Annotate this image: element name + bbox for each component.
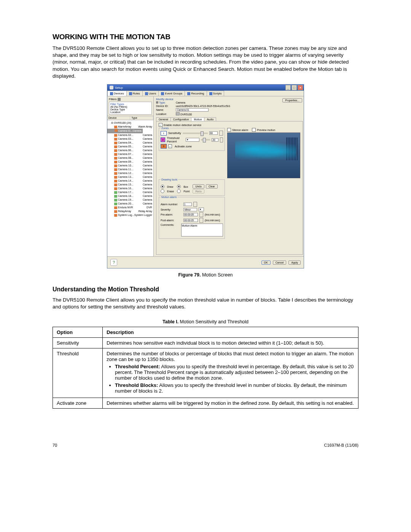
tree-item[interactable]: Camera 17...Camera <box>107 190 153 194</box>
device-tree[interactable]: ⊟DVR5100 (24)AlarmArrayAlarm ArrayCamera… <box>107 120 153 256</box>
tree-item[interactable]: Camera 05...Camera <box>107 145 153 149</box>
itab-audio[interactable]: Audio <box>204 117 216 121</box>
tab-scripts[interactable]: Scripts <box>207 91 225 96</box>
tab-users[interactable]: Users <box>142 91 159 96</box>
clear-button[interactable]: Clear <box>206 184 218 189</box>
tab-event-groups[interactable]: Event Groups <box>158 91 185 96</box>
prealarm-unit: (hrs:min:sec) <box>205 213 220 216</box>
tree-item[interactable]: Camera 13...Camera <box>107 175 153 179</box>
modify-device-label: Modify device <box>154 96 282 101</box>
video-preview[interactable] <box>227 133 300 178</box>
subheading: Understanding the Motion Threshold <box>53 286 358 293</box>
motion-alarm-title: Motion alarm <box>161 196 177 198</box>
itab-motion[interactable]: Motion <box>191 117 204 121</box>
postalarm-input[interactable]: 00:00:05 <box>183 219 198 222</box>
recording-icon <box>187 92 190 95</box>
tree-item[interactable]: AlarmArrayAlarm Array <box>107 125 153 129</box>
tree-item[interactable]: Camera 16...Camera <box>107 187 153 190</box>
figure-caption: Figure 79. Motion Screen <box>53 272 358 278</box>
box-radio[interactable] <box>177 185 181 189</box>
itab-general[interactable]: General <box>156 117 171 121</box>
tree-item[interactable]: System Log...System Logger <box>107 213 153 217</box>
silence-row[interactable]: Silence alarm <box>227 128 248 132</box>
sensitivity-slider[interactable] <box>183 133 208 134</box>
help-icon[interactable]: ? <box>110 259 117 266</box>
deviceid-value: uuid:6c8f9429-50c1-4722-962f-55b4ce51c5b… <box>176 105 231 107</box>
tab-roles[interactable]: Roles <box>126 91 143 96</box>
comments-textarea[interactable]: Motion Alarm <box>181 224 223 236</box>
titlebar[interactable]: Setup _ □ ✕ <box>107 85 304 91</box>
devices-icon <box>110 92 113 95</box>
undo-button[interactable]: Undo <box>193 184 204 189</box>
draw-radio[interactable] <box>161 185 164 189</box>
activate-checkbox[interactable]: ✓ <box>168 144 172 148</box>
cancel-button[interactable]: Cancel <box>273 260 287 265</box>
tree-item[interactable]: Camera 12...Camera <box>107 171 153 175</box>
filter-types-box[interactable]: Filter Types All (No Filters) Device Typ… <box>109 102 152 115</box>
prealarm-spin[interactable] <box>199 212 203 217</box>
ok-button[interactable]: OK <box>261 260 271 265</box>
tree-item[interactable]: Camera 03...Camera <box>107 137 153 141</box>
enable-row[interactable]: ✓ Enable motion detection service <box>159 123 300 127</box>
enable-checkbox[interactable]: ✓ <box>159 123 162 127</box>
tree-item[interactable]: Camera 02...Camera <box>107 133 153 137</box>
activate-label: Activate zone <box>175 145 192 148</box>
apply-button[interactable]: Apply <box>288 260 301 265</box>
alarm-number-input[interactable]: 1 <box>183 203 192 206</box>
tree-item[interactable]: Camera 10...Camera <box>107 164 153 168</box>
tree-item[interactable]: RelayArrayRelay Array <box>107 209 153 213</box>
tree-item[interactable]: Camera 20...Camera <box>107 202 153 206</box>
tree-item[interactable]: Camera 15...Camera <box>107 183 153 187</box>
comments-label: Comments: <box>161 224 180 226</box>
alarm-number-spin[interactable] <box>193 202 197 207</box>
zone-3-chip[interactable]: 3 <box>161 144 167 149</box>
point-radio[interactable] <box>177 189 181 193</box>
tree-item[interactable]: Camera 04...Camera <box>107 141 153 145</box>
tree-item[interactable]: Camera 18...Camera <box>107 194 153 198</box>
threshold-value[interactable]: 20 <box>212 138 218 142</box>
tree-item[interactable]: Camera 11...Camera <box>107 168 153 171</box>
window-title: Setup <box>115 86 285 89</box>
zone-1-chip[interactable]: 1 <box>161 131 167 136</box>
close-button[interactable]: ✕ <box>298 85 303 90</box>
prealarm-input[interactable]: 00:00:05 <box>183 213 198 216</box>
silence-checkbox[interactable] <box>227 128 231 132</box>
itab-configuration[interactable]: Configuration <box>170 117 192 121</box>
alarm-number-label: Alarm number: <box>161 203 182 206</box>
tree-item[interactable]: Camera 06...Camera <box>107 149 153 152</box>
window-footer: ? OK Cancel Apply <box>107 256 304 268</box>
tab-devices[interactable]: Devices <box>107 91 127 96</box>
tree-item[interactable]: Camera 19...Camera <box>107 198 153 202</box>
sensitivity-spin[interactable] <box>219 131 223 136</box>
maximize-button[interactable]: □ <box>292 85 297 90</box>
severity-dropdown-icon[interactable]: ▾ <box>199 208 204 211</box>
tree-item[interactable]: Camera 08...Camera <box>107 156 153 160</box>
app-icon <box>110 86 113 89</box>
tree-item[interactable]: Camera 09...Camera <box>107 160 153 164</box>
sensitivity-value[interactable]: 80 <box>209 131 218 135</box>
preview-row[interactable]: Preview motion <box>252 128 275 132</box>
redo-button[interactable]: Redo <box>193 189 204 193</box>
tree-root[interactable]: ⊟DVR5100 (24) <box>107 121 153 125</box>
deviceid-label: Device ID: <box>156 105 176 107</box>
erase-radio[interactable] <box>161 189 164 193</box>
tab-recording[interactable]: Recording <box>185 91 207 96</box>
tree-item[interactable]: Camera 14...Camera <box>107 179 153 183</box>
name-input[interactable]: Camera 01 <box>176 108 209 112</box>
threshold-spin[interactable] <box>220 137 223 142</box>
severity-select[interactable]: Minor <box>183 208 197 211</box>
threshold-slider[interactable] <box>201 139 210 141</box>
zone-2-chip[interactable]: 2 <box>161 137 166 142</box>
threshold-select[interactable]: ▾ <box>186 138 199 142</box>
table-row: Activate zoneDetermines whether alarms w… <box>53 398 358 408</box>
preview-checkbox[interactable] <box>252 128 256 132</box>
postalarm-spin[interactable] <box>199 218 203 223</box>
minimize-button[interactable]: _ <box>285 85 291 90</box>
tree-item[interactable]: Camera 01...Camera <box>107 129 143 133</box>
tree-item[interactable]: Endura NVRDVR <box>107 206 153 209</box>
events-icon <box>161 92 164 95</box>
tree-item[interactable]: Camera 07...Camera <box>107 152 153 156</box>
folder-icon <box>176 112 180 115</box>
properties-button[interactable]: Properties... <box>282 98 302 102</box>
funnel-icon[interactable] <box>118 98 121 101</box>
